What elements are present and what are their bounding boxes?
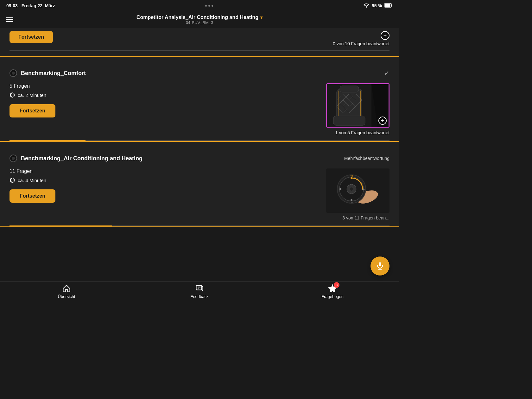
wifi-icon — [364, 3, 369, 9]
nav-item-feedback[interactable]: Feedback — [133, 284, 266, 299]
time-label-comfort: ca. 2 Minuten — [18, 92, 46, 98]
dots-indicator — [205, 5, 213, 7]
progress-fill-comfort — [10, 140, 86, 141]
section-card-partial: Fortsetzen + 0 von 10 Fragen beantwortet — [0, 28, 399, 57]
answered-count-top: 0 von 10 Fragen beantwortet — [333, 41, 390, 50]
date-display: Freitag 22. März — [22, 3, 55, 8]
battery-icon — [384, 3, 393, 9]
svg-rect-31 — [196, 286, 202, 290]
mic-icon — [376, 262, 384, 270]
section-body-ac: 11 Fragen ca. 4 Minuten Fortsetzen — [10, 165, 390, 225]
section-icon-ac — [10, 155, 17, 162]
svg-point-21 — [339, 188, 341, 190]
car-ac-thumbnail: 22 HI LO — [326, 168, 390, 213]
feedback-icon — [195, 284, 204, 293]
thumbnail-area-comfort: + 1 von 5 Fragen beantwortet — [326, 83, 390, 140]
answered-count-comfort: 1 von 5 Fragen beantwortet — [335, 128, 390, 140]
progress-bar-ac — [10, 225, 390, 226]
svg-rect-2 — [385, 4, 390, 7]
bottom-nav: Übersicht Feedback 3 Fragebögen — [0, 281, 399, 304]
progress-fill-ac — [10, 225, 112, 226]
progress-bar-comfort — [10, 140, 390, 141]
svg-point-0 — [366, 6, 367, 8]
svg-rect-9 — [333, 116, 365, 125]
section-info-ac: 11 Fragen ca. 4 Minuten Fortsetzen — [10, 168, 326, 209]
section-icon-comfort — [10, 69, 17, 77]
plus-icon-top[interactable]: + — [381, 31, 390, 40]
partial-image-area: + 0 von 10 Fragen beantwortet — [333, 31, 390, 50]
section-header-ac: Benchmarking_Air Conditioning and Heatin… — [10, 148, 390, 165]
svg-point-23 — [350, 187, 353, 191]
section-title-comfort: Benchmarking_Comfort — [21, 70, 86, 77]
menu-button[interactable] — [6, 17, 13, 22]
home-icon — [62, 284, 71, 293]
fragebogen-badge-container: 3 — [328, 284, 337, 293]
section-title-row-comfort: Benchmarking_Comfort — [10, 69, 86, 77]
section-title-row-ac: Benchmarking_Air Conditioning and Heatin… — [10, 155, 142, 162]
section-body-comfort: 5 Fragen ca. 2 Minuten Fortsetzen — [10, 80, 390, 140]
section-title-ac: Benchmarking_Air Conditioning and Heatin… — [21, 155, 142, 162]
time-row-comfort: ca. 2 Minuten — [10, 92, 326, 98]
time-row-ac: ca. 4 Minuten — [10, 177, 326, 183]
svg-text:22: 22 — [350, 175, 353, 178]
progress-bar-top — [10, 50, 390, 51]
section-card-ac: Benchmarking_Air Conditioning and Heatin… — [0, 142, 399, 227]
chevron-down-icon[interactable]: ▾ — [260, 15, 263, 20]
plus-icon-comfort[interactable]: + — [378, 117, 387, 125]
time-label-ac: ca. 4 Minuten — [18, 178, 46, 183]
mic-fab-button[interactable] — [370, 256, 390, 276]
nav-label-feedback: Feedback — [190, 294, 208, 299]
header: Competitor Analysis_Air Conditioning and… — [0, 11, 399, 28]
status-bar: 09:03 Freitag 22. März 95 % — [0, 0, 399, 11]
svg-rect-3 — [391, 4, 392, 6]
thumbnail-area-ac: 22 HI LO 3 von 11 Fragen bean... — [326, 168, 390, 225]
app-subtitle: 04-SUV_BM_3 — [136, 20, 263, 25]
fortsetzen-button-comfort[interactable]: Fortsetzen — [10, 104, 55, 117]
check-icon-comfort: ✓ — [384, 69, 390, 77]
fragen-count-ac: 11 Fragen — [10, 168, 326, 174]
section-info-comfort: 5 Fragen ca. 2 Minuten Fortsetzen — [10, 83, 326, 124]
fortsetzen-button-top[interactable]: Fortsetzen — [10, 31, 53, 43]
svg-text:HI: HI — [363, 188, 365, 191]
svg-text:LO: LO — [350, 201, 353, 204]
section-header-comfort: Benchmarking_Comfort ✓ — [10, 63, 390, 80]
header-title-block: Competitor Analysis_Air Conditioning and… — [136, 15, 263, 25]
app-title: Competitor Analysis_Air Conditioning and… — [136, 15, 258, 20]
nav-item-ubersicht[interactable]: Übersicht — [0, 284, 133, 299]
nav-label-ubersicht: Übersicht — [58, 294, 75, 299]
fortsetzen-button-ac[interactable]: Fortsetzen — [10, 189, 55, 203]
battery-label: 95 % — [372, 3, 382, 8]
main-content: Fortsetzen + 0 von 10 Fragen beantwortet… — [0, 28, 399, 281]
svg-rect-28 — [379, 262, 381, 266]
mehrfach-label-ac: Mehrfachbeantwortung — [344, 156, 390, 161]
fragebogen-badge: 3 — [334, 282, 339, 288]
section-card-comfort: Benchmarking_Comfort ✓ 5 Fragen ca. 2 Mi… — [0, 57, 399, 142]
nav-label-fragebogen: Fragebögen — [321, 294, 344, 299]
fragen-count-comfort: 5 Fragen — [10, 83, 326, 89]
time-display: 09:03 — [6, 3, 18, 8]
nav-item-fragebogen[interactable]: 3 Fragebögen — [266, 284, 399, 299]
answered-count-ac: 3 von 11 Fragen bean... — [342, 213, 390, 225]
car-seat-thumbnail: + — [326, 83, 390, 128]
svg-rect-10 — [340, 86, 359, 92]
